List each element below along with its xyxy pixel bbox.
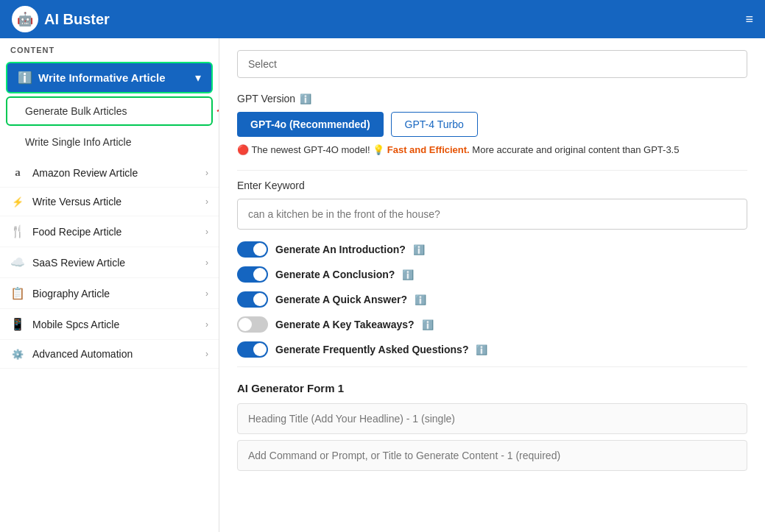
- gpt-info-icon[interactable]: ℹ️: [300, 93, 311, 104]
- toggle-introduction-label: Generate An Introduction?: [275, 244, 406, 255]
- keyword-input[interactable]: [237, 199, 747, 230]
- sidebar-item-generate-bulk[interactable]: Generate Bulk Articles: [6, 96, 213, 126]
- form-heading-title-input[interactable]: [237, 403, 747, 434]
- gpt-note-text2: Fast and Efficient.: [387, 144, 470, 155]
- toggle-row-introduction: Generate An Introduction? ℹ️: [237, 241, 747, 258]
- chevron-right-icon: ›: [205, 227, 208, 237]
- versus-icon: ⚡: [10, 196, 25, 208]
- sidebar-item-write-informative[interactable]: ℹ️ Write Informative Article ▾: [6, 62, 213, 93]
- gpt-note-text3: More accurate and original content than …: [472, 144, 679, 155]
- gpt-note: 🔴 The newest GPT-4O model! 💡 Fast and Ef…: [237, 144, 747, 155]
- toggle-conclusion-info[interactable]: ℹ️: [402, 269, 414, 280]
- toggle-quick-answer-label: Generate A Quick Answer?: [275, 294, 407, 305]
- main-content: Select GPT Version ℹ️ GPT-4o (Recommende…: [219, 38, 765, 532]
- sidebar-sub-item-single-label: Write Single Info Article: [25, 136, 131, 148]
- sidebar-item-advanced-automation[interactable]: ⚙️ Advanced Automation ›: [0, 340, 219, 369]
- sidebar-section-content: CONTENT: [0, 38, 219, 59]
- document-icon: 📋: [10, 286, 25, 300]
- sidebar-mobile-label: Mobile Spcs Article: [32, 319, 198, 330]
- toggle-introduction[interactable]: [237, 241, 268, 258]
- sidebar-auto-label: Advanced Automation: [32, 348, 198, 360]
- red-arrow-annotation: [202, 100, 219, 122]
- app-header: 🤖 AI Buster ≡: [0, 0, 765, 38]
- sidebar-amazon-label: Amazon Review Article: [32, 167, 198, 179]
- sidebar-item-food-recipe[interactable]: 🍴 Food Recipe Article ›: [0, 216, 219, 247]
- keyword-section: Enter Keyword: [237, 180, 747, 230]
- chevron-right-icon: ›: [205, 168, 208, 178]
- toggle-conclusion-label: Generate A Conclusion?: [275, 269, 395, 280]
- toggle-row-faq: Generate Frequently Asked Questions? ℹ️: [237, 341, 747, 358]
- select-dropdown[interactable]: Select: [237, 50, 747, 78]
- toggle-key-takeaways-label: Generate A Key Takeaways?: [275, 319, 415, 330]
- sidebar-item-saas-review[interactable]: ☁️ SaaS Review Article ›: [0, 247, 219, 278]
- chevron-right-icon: ›: [205, 349, 208, 359]
- info-circle-icon: ℹ️: [18, 71, 32, 85]
- sidebar-item-mobile-specs[interactable]: 📱 Mobile Spcs Article ›: [0, 309, 219, 340]
- gpt-version-buttons: GPT-4o (Recommended) GPT-4 Turbo: [237, 112, 747, 137]
- select-placeholder: Select: [248, 58, 277, 70]
- toggle-introduction-info[interactable]: ℹ️: [413, 244, 425, 255]
- gpt-note-text1: The newest GPT-4O model!: [251, 144, 370, 155]
- toggle-key-takeaways-info[interactable]: ℹ️: [422, 319, 434, 330]
- toggle-row-conclusion: Generate A Conclusion? ℹ️: [237, 266, 747, 283]
- toggle-section: Generate An Introduction? ℹ️ Generate A …: [237, 241, 747, 358]
- toggle-key-takeaways[interactable]: [237, 316, 268, 333]
- app-title: AI Buster: [44, 11, 110, 28]
- automation-icon: ⚙️: [10, 349, 25, 360]
- chevron-right-icon: ›: [205, 288, 208, 299]
- toggle-conclusion[interactable]: [237, 266, 268, 283]
- sidebar-item-amazon-review[interactable]: a Amazon Review Article ›: [0, 158, 219, 188]
- sidebar-sub-item-bulk-label: Generate Bulk Articles: [25, 105, 127, 117]
- sidebar: CONTENT ℹ️ Write Informative Article ▾ G…: [0, 38, 219, 532]
- chevron-right-icon: ›: [205, 319, 208, 330]
- gpt4o-button[interactable]: GPT-4o (Recommended): [237, 112, 384, 137]
- mobile-icon: 📱: [10, 317, 25, 331]
- sidebar-item-versus[interactable]: ⚡ Write Versus Article ›: [0, 188, 219, 216]
- cloud-icon: ☁️: [10, 255, 25, 269]
- sidebar-saas-label: SaaS Review Article: [32, 257, 198, 269]
- logo-icon: 🤖: [12, 6, 38, 32]
- amazon-icon: a: [10, 166, 25, 179]
- form-command-prompt-input[interactable]: [237, 440, 747, 471]
- gpt-note-emoji2: 💡: [373, 144, 384, 155]
- logo: 🤖 AI Buster: [12, 6, 110, 32]
- sidebar-versus-label: Write Versus Article: [32, 196, 198, 208]
- sidebar-food-label: Food Recipe Article: [32, 226, 198, 238]
- sidebar-item-single-info[interactable]: Write Single Info Article: [6, 127, 213, 157]
- gpt-note-emoji1: 🔴: [237, 144, 249, 155]
- chevron-down-icon: ▾: [195, 71, 201, 85]
- toggle-quick-answer[interactable]: [237, 291, 268, 308]
- toggle-row-quick-answer: Generate A Quick Answer? ℹ️: [237, 291, 747, 308]
- food-icon: 🍴: [10, 224, 25, 238]
- sidebar-bio-label: Biography Article: [32, 288, 198, 299]
- sidebar-item-biography[interactable]: 📋 Biography Article ›: [0, 278, 219, 309]
- toggle-faq-label: Generate Frequently Asked Questions?: [275, 344, 468, 355]
- menu-icon[interactable]: ≡: [745, 12, 753, 27]
- toggle-faq[interactable]: [237, 341, 268, 358]
- sidebar-main-item-label: Write Informative Article: [38, 71, 189, 84]
- chevron-right-icon: ›: [205, 196, 208, 207]
- chevron-right-icon: ›: [205, 258, 208, 268]
- toggle-row-key-takeaways: Generate A Key Takeaways? ℹ️: [237, 316, 747, 333]
- gpt4-turbo-button[interactable]: GPT-4 Turbo: [391, 112, 478, 137]
- gpt-version-label: GPT Version ℹ️: [237, 93, 747, 104]
- toggle-faq-info[interactable]: ℹ️: [476, 344, 487, 355]
- form-section-title: AI Generator Form 1: [237, 382, 747, 394]
- toggle-quick-answer-info[interactable]: ℹ️: [415, 294, 426, 305]
- keyword-label: Enter Keyword: [237, 180, 747, 191]
